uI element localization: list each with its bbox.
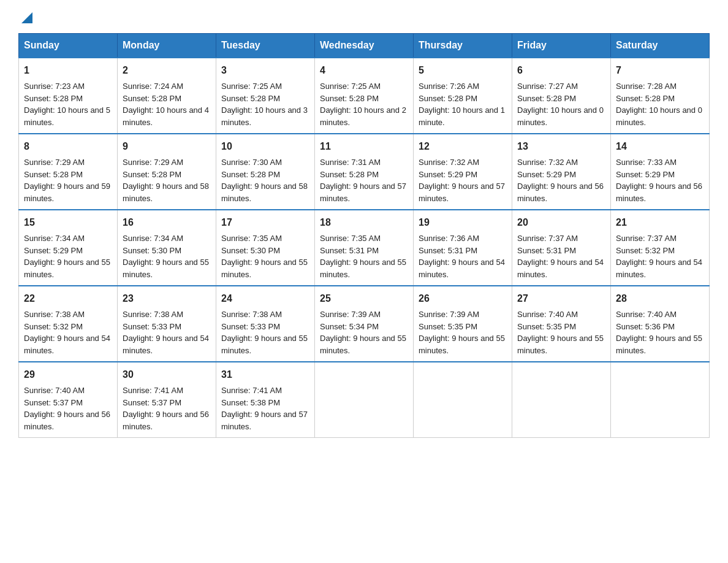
- calendar-cell: 20Sunrise: 7:37 AMSunset: 5:31 PMDayligh…: [512, 210, 611, 286]
- calendar-cell: 6Sunrise: 7:27 AMSunset: 5:28 PMDaylight…: [512, 58, 611, 134]
- day-number: 5: [419, 63, 507, 78]
- day-number: 29: [24, 367, 112, 382]
- calendar-cell: 15Sunrise: 7:34 AMSunset: 5:29 PMDayligh…: [19, 210, 118, 286]
- day-number: 18: [320, 215, 408, 230]
- weekday-header-sunday: Sunday: [19, 34, 118, 58]
- day-number: 12: [419, 139, 507, 154]
- calendar-cell: 9Sunrise: 7:29 AMSunset: 5:28 PMDaylight…: [118, 134, 216, 210]
- calendar-cell: 21Sunrise: 7:37 AMSunset: 5:32 PMDayligh…: [611, 210, 710, 286]
- svg-marker-0: [21, 12, 32, 23]
- day-number: 17: [221, 215, 309, 230]
- day-number: 15: [24, 215, 112, 230]
- calendar-cell: 8Sunrise: 7:29 AMSunset: 5:28 PMDaylight…: [19, 134, 118, 210]
- calendar-week-3: 15Sunrise: 7:34 AMSunset: 5:29 PMDayligh…: [19, 210, 710, 286]
- day-number: 11: [320, 139, 408, 154]
- calendar-cell: [414, 362, 512, 438]
- calendar-cell: 29Sunrise: 7:40 AMSunset: 5:37 PMDayligh…: [19, 362, 118, 438]
- calendar-week-5: 29Sunrise: 7:40 AMSunset: 5:37 PMDayligh…: [19, 362, 710, 438]
- day-number: 2: [123, 63, 211, 78]
- calendar-week-1: 1Sunrise: 7:23 AMSunset: 5:28 PMDaylight…: [19, 58, 710, 134]
- calendar-cell: 2Sunrise: 7:24 AMSunset: 5:28 PMDaylight…: [118, 58, 216, 134]
- page-header: [18, 12, 710, 21]
- day-number: 24: [221, 291, 309, 306]
- weekday-header-tuesday: Tuesday: [216, 34, 315, 58]
- day-number: 23: [123, 291, 211, 306]
- calendar-cell: 14Sunrise: 7:33 AMSunset: 5:29 PMDayligh…: [611, 134, 710, 210]
- calendar-cell: 10Sunrise: 7:30 AMSunset: 5:28 PMDayligh…: [216, 134, 315, 210]
- calendar-cell: [315, 362, 414, 438]
- day-number: 9: [123, 139, 211, 154]
- weekday-header-friday: Friday: [512, 34, 611, 58]
- day-number: 7: [616, 63, 704, 78]
- day-number: 8: [24, 139, 112, 154]
- calendar-cell: 7Sunrise: 7:28 AMSunset: 5:28 PMDaylight…: [611, 58, 710, 134]
- calendar-cell: 18Sunrise: 7:35 AMSunset: 5:31 PMDayligh…: [315, 210, 414, 286]
- day-number: 30: [123, 367, 211, 382]
- calendar-cell: 31Sunrise: 7:41 AMSunset: 5:38 PMDayligh…: [216, 362, 315, 438]
- calendar-table: SundayMondayTuesdayWednesdayThursdayFrid…: [18, 33, 710, 438]
- weekday-header-monday: Monday: [118, 34, 216, 58]
- calendar-cell: 30Sunrise: 7:41 AMSunset: 5:37 PMDayligh…: [118, 362, 216, 438]
- day-number: 22: [24, 291, 112, 306]
- day-number: 27: [517, 291, 605, 306]
- day-number: 16: [123, 215, 211, 230]
- day-number: 26: [419, 291, 507, 306]
- calendar-cell: 22Sunrise: 7:38 AMSunset: 5:32 PMDayligh…: [19, 286, 118, 362]
- day-number: 20: [517, 215, 605, 230]
- calendar-cell: 13Sunrise: 7:32 AMSunset: 5:29 PMDayligh…: [512, 134, 611, 210]
- calendar-header: SundayMondayTuesdayWednesdayThursdayFrid…: [19, 34, 710, 58]
- calendar-cell: 4Sunrise: 7:25 AMSunset: 5:28 PMDaylight…: [315, 58, 414, 134]
- calendar-cell: 17Sunrise: 7:35 AMSunset: 5:30 PMDayligh…: [216, 210, 315, 286]
- weekday-header-thursday: Thursday: [414, 34, 512, 58]
- day-number: 21: [616, 215, 704, 230]
- calendar-cell: 27Sunrise: 7:40 AMSunset: 5:35 PMDayligh…: [512, 286, 611, 362]
- calendar-cell: [611, 362, 710, 438]
- day-number: 14: [616, 139, 704, 154]
- weekday-header-saturday: Saturday: [611, 34, 710, 58]
- day-number: 19: [419, 215, 507, 230]
- day-number: 13: [517, 139, 605, 154]
- calendar-cell: 24Sunrise: 7:38 AMSunset: 5:33 PMDayligh…: [216, 286, 315, 362]
- day-number: 6: [517, 63, 605, 78]
- calendar-cell: 28Sunrise: 7:40 AMSunset: 5:36 PMDayligh…: [611, 286, 710, 362]
- day-number: 1: [24, 63, 112, 78]
- weekday-header-wednesday: Wednesday: [315, 34, 414, 58]
- day-number: 4: [320, 63, 408, 78]
- calendar-week-4: 22Sunrise: 7:38 AMSunset: 5:32 PMDayligh…: [19, 286, 710, 362]
- calendar-cell: 19Sunrise: 7:36 AMSunset: 5:31 PMDayligh…: [414, 210, 512, 286]
- calendar-cell: [512, 362, 611, 438]
- calendar-cell: 11Sunrise: 7:31 AMSunset: 5:28 PMDayligh…: [315, 134, 414, 210]
- calendar-body: 1Sunrise: 7:23 AMSunset: 5:28 PMDaylight…: [19, 58, 710, 438]
- day-number: 31: [221, 367, 309, 382]
- day-number: 28: [616, 291, 704, 306]
- calendar-cell: 23Sunrise: 7:38 AMSunset: 5:33 PMDayligh…: [118, 286, 216, 362]
- calendar-cell: 1Sunrise: 7:23 AMSunset: 5:28 PMDaylight…: [19, 58, 118, 134]
- logo: [18, 12, 32, 21]
- calendar-cell: 3Sunrise: 7:25 AMSunset: 5:28 PMDaylight…: [216, 58, 315, 134]
- day-number: 25: [320, 291, 408, 306]
- calendar-cell: 25Sunrise: 7:39 AMSunset: 5:34 PMDayligh…: [315, 286, 414, 362]
- calendar-cell: 12Sunrise: 7:32 AMSunset: 5:29 PMDayligh…: [414, 134, 512, 210]
- calendar-cell: 16Sunrise: 7:34 AMSunset: 5:30 PMDayligh…: [118, 210, 216, 286]
- calendar-cell: 26Sunrise: 7:39 AMSunset: 5:35 PMDayligh…: [414, 286, 512, 362]
- calendar-cell: 5Sunrise: 7:26 AMSunset: 5:28 PMDaylight…: [414, 58, 512, 134]
- calendar-week-2: 8Sunrise: 7:29 AMSunset: 5:28 PMDaylight…: [19, 134, 710, 210]
- logo-triangle-icon: [21, 12, 32, 26]
- day-number: 10: [221, 139, 309, 154]
- day-number: 3: [221, 63, 309, 78]
